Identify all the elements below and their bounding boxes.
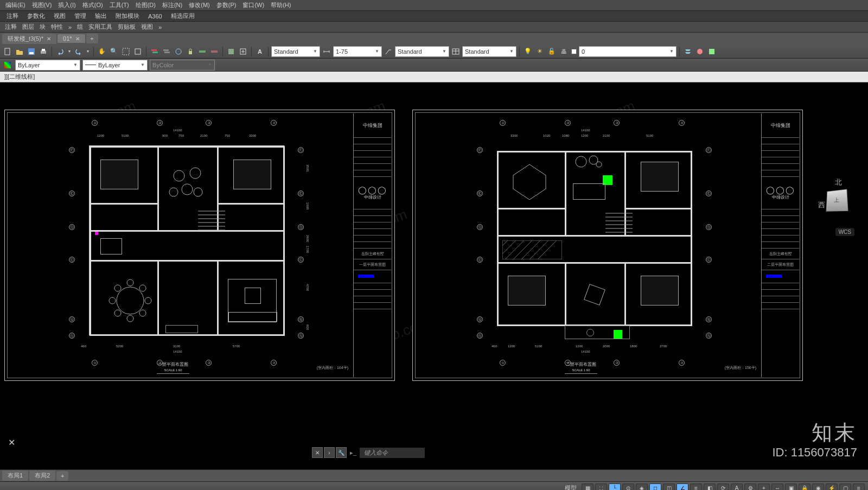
save-icon[interactable] xyxy=(26,46,37,57)
menu-tools[interactable]: 工具(T) xyxy=(106,1,132,9)
customization[interactable]: ≡ xyxy=(853,483,865,491)
color-swatch-icon[interactable] xyxy=(571,49,577,54)
hardware-accel[interactable]: ⚡ xyxy=(826,483,838,491)
menu-param[interactable]: 参数(P) xyxy=(213,1,240,9)
ribbon-tab[interactable]: 注释 xyxy=(2,12,23,20)
menu-window[interactable]: 窗口(W) xyxy=(239,1,267,9)
insert-icon[interactable] xyxy=(238,46,248,57)
workspace-toggle[interactable]: ⚙ xyxy=(744,483,756,491)
document-tab[interactable]: 研发楼_t3(5)* ✕ xyxy=(2,34,56,44)
command-input[interactable]: 键入命令 xyxy=(360,448,425,458)
zoom-window-icon[interactable] xyxy=(120,46,131,57)
panel-label[interactable]: 实用工具 xyxy=(86,23,115,31)
drawing-canvas[interactable]: www.znzmo.com www.znzmo.com www.znzmo.co… xyxy=(0,82,868,469)
table-icon[interactable] xyxy=(450,46,461,57)
print-layer-icon[interactable]: 🖶 xyxy=(558,46,569,57)
cmd-wrench-icon[interactable]: 🔧 xyxy=(336,447,347,458)
layer-tools-icon[interactable] xyxy=(694,46,705,57)
pan-icon[interactable]: ✋ xyxy=(97,46,107,57)
panel-label[interactable]: 组 xyxy=(74,23,86,31)
ribbon-tab[interactable]: 附加模块 xyxy=(111,12,144,20)
linetype-dropdown[interactable]: ByLayer▼ xyxy=(82,60,148,71)
ortho-toggle[interactable]: └ xyxy=(609,483,621,491)
layer-tools-icon[interactable] xyxy=(706,46,717,57)
panel-label[interactable]: 块 xyxy=(37,23,48,31)
redo-icon[interactable] xyxy=(73,46,84,57)
polar-toggle[interactable]: ⊙ xyxy=(622,483,634,491)
text-icon[interactable]: A xyxy=(254,46,265,57)
text-style-dropdown[interactable]: Standard▼ xyxy=(271,46,320,57)
open-icon[interactable] xyxy=(14,46,25,57)
ribbon-tab[interactable]: 管理 xyxy=(70,12,91,20)
document-tab-active[interactable]: 01* ✕ xyxy=(58,34,85,43)
layout-tab[interactable]: 布局2 xyxy=(29,470,55,481)
close-icon[interactable]: ✕ xyxy=(47,36,51,42)
close-icon[interactable]: ✕ xyxy=(8,437,15,448)
viewcube-face[interactable]: 上 xyxy=(826,189,848,211)
panel-label[interactable]: 视图 xyxy=(138,23,156,31)
block-icon[interactable] xyxy=(226,46,237,57)
color-control-icon[interactable] xyxy=(2,60,13,70)
panel-label[interactable]: 特性 xyxy=(48,23,66,31)
dim-icon[interactable] xyxy=(321,46,332,57)
layer-props-icon[interactable] xyxy=(149,46,160,57)
lineweight-dropdown[interactable]: ByColor▼ xyxy=(150,60,215,71)
layer-dropdown[interactable]: 0▼ xyxy=(579,46,676,57)
menu-draw[interactable]: 绘图(D) xyxy=(132,1,159,9)
viewcube[interactable]: 北 西 上 xyxy=(819,177,857,226)
layer-freeze-icon[interactable] xyxy=(173,46,184,57)
panel-label[interactable]: 注释 xyxy=(2,23,20,31)
chevron-down-icon[interactable]: ▾ xyxy=(67,46,72,57)
dim-style-dropdown[interactable]: 1-75▼ xyxy=(333,46,382,57)
menu-format[interactable]: 格式(O) xyxy=(79,1,106,9)
table-style-dropdown[interactable]: Standard▼ xyxy=(462,46,516,57)
transparency-toggle[interactable]: ◧ xyxy=(704,483,716,491)
lineweight-toggle[interactable]: ≡ xyxy=(690,483,702,491)
cmd-chevron-icon[interactable]: › xyxy=(324,447,335,458)
wcs-label[interactable]: WCS xyxy=(835,228,854,236)
ribbon-tab[interactable]: A360 xyxy=(144,13,167,20)
viewport-label[interactable]: ]][二维线框] xyxy=(4,73,35,81)
cmd-close-icon[interactable]: ✕ xyxy=(312,447,323,458)
color-dropdown[interactable]: ByLayer▼ xyxy=(15,60,80,71)
menu-view[interactable]: 视图(V) xyxy=(29,1,55,9)
osnap-toggle[interactable]: □ xyxy=(649,483,661,491)
annotation-toggle[interactable]: A xyxy=(731,483,743,491)
ribbon-tab[interactable]: 精选应用 xyxy=(167,12,199,20)
menu-insert[interactable]: 插入(I) xyxy=(55,1,79,9)
quick-props[interactable]: ▣ xyxy=(785,483,797,491)
isodraft-toggle[interactable]: ◈ xyxy=(636,483,648,491)
lock-ui[interactable]: 🔒 xyxy=(799,483,810,491)
layer-tools-icon[interactable] xyxy=(682,46,693,57)
sun-icon[interactable]: ☀ xyxy=(534,46,545,57)
viewcube-north[interactable]: 北 xyxy=(835,177,842,187)
model-button[interactable]: 模型 xyxy=(561,484,580,490)
layer-iso-icon[interactable] xyxy=(209,46,220,57)
ribbon-tab[interactable]: 视图 xyxy=(49,12,70,20)
zoom-icon[interactable]: 🔍 xyxy=(108,46,119,57)
chevron-down-icon[interactable]: ▾ xyxy=(85,46,91,57)
panel-label[interactable]: 剪贴板 xyxy=(115,23,138,31)
lock-icon[interactable]: 🔓 xyxy=(546,46,557,57)
panel-label[interactable]: 图层 xyxy=(20,23,37,31)
menu-edit[interactable]: 编辑(E) xyxy=(2,1,29,9)
panel-expand-icon[interactable]: » xyxy=(66,24,74,30)
layer-off-icon[interactable] xyxy=(161,46,172,57)
undo-icon[interactable] xyxy=(55,46,66,57)
menu-modify[interactable]: 修改(M) xyxy=(186,1,213,9)
new-icon[interactable] xyxy=(2,46,13,57)
units-toggle[interactable]: ↔ xyxy=(771,483,783,491)
panel-expand-icon[interactable]: » xyxy=(156,24,164,30)
bulb-icon[interactable]: 💡 xyxy=(522,46,533,57)
annotation-monitor[interactable]: + xyxy=(758,483,770,491)
mleader-style-dropdown[interactable]: Standard▼ xyxy=(395,46,449,57)
menu-help[interactable]: 帮助(H) xyxy=(267,1,294,9)
add-layout-button[interactable]: + xyxy=(56,471,68,481)
grid-toggle[interactable]: ▦ xyxy=(582,483,593,491)
print-icon[interactable] xyxy=(38,46,49,57)
viewcube-west[interactable]: 西 xyxy=(818,200,825,210)
mleader-icon[interactable] xyxy=(383,46,394,57)
otrack-toggle[interactable]: ∠ xyxy=(676,483,688,491)
add-tab-button[interactable]: + xyxy=(86,34,98,43)
snap-toggle[interactable]: ⸬ xyxy=(595,483,607,491)
